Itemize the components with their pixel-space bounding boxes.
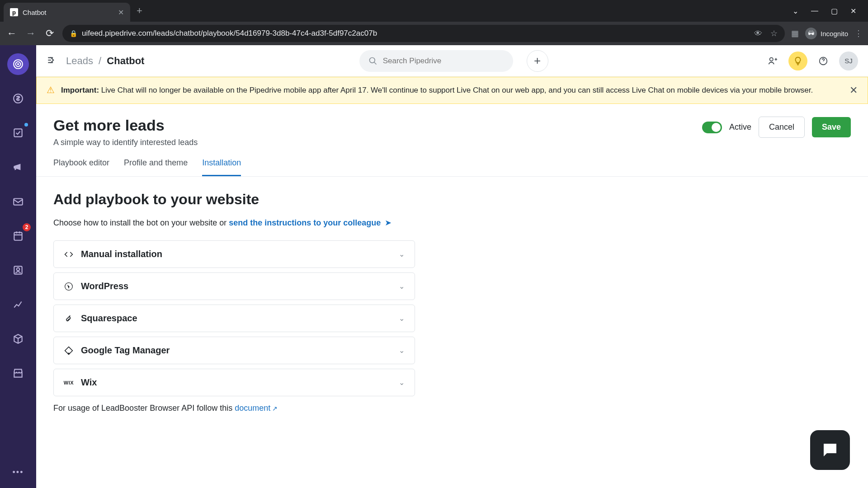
sidebar-item-products[interactable] (7, 328, 29, 350)
accordion-label: Manual installation (81, 249, 392, 259)
reload-button[interactable]: ⟳ (43, 28, 56, 39)
mail-icon (12, 196, 24, 207)
box-icon (12, 333, 24, 345)
page-subtitle: A simple way to identify interested lead… (53, 138, 198, 147)
accordion-label: Squarespace (81, 313, 392, 324)
invite-users-button[interactable] (763, 52, 782, 70)
search-box[interactable] (359, 50, 513, 72)
page-header: Get more leads A simple way to identify … (36, 104, 868, 147)
browser-chrome: p Chatbot ✕ + ⌄ — ▢ ✕ ← → ⟳ 🔒 uifeed.pip… (0, 0, 868, 45)
maximize-icon[interactable]: ▢ (831, 7, 838, 15)
svg-rect-6 (14, 232, 22, 240)
active-toggle[interactable] (702, 122, 722, 133)
cancel-button[interactable]: Cancel (759, 117, 805, 138)
squarespace-icon (64, 314, 74, 324)
window-controls: ⌄ — ▢ ✕ (793, 7, 864, 15)
eye-off-icon[interactable]: 👁 (754, 29, 762, 38)
alert-message: Live Chat will no longer be available on… (99, 86, 813, 94)
sales-assistant-button[interactable] (788, 52, 807, 70)
lock-icon: 🔒 (70, 30, 77, 37)
chevron-down-icon[interactable]: ⌄ (793, 7, 798, 15)
svg-point-8 (17, 268, 20, 271)
quick-add-button[interactable]: + (527, 50, 548, 72)
tab-profile-theme[interactable]: Profile and theme (124, 158, 188, 176)
header-actions: Active Cancel Save (702, 117, 851, 138)
sidebar-item-projects[interactable] (7, 122, 29, 144)
api-note: For usage of LeadBooster Browser API fol… (53, 404, 851, 413)
accordion-gtm[interactable]: Google Tag Manager ⌄ (53, 337, 415, 364)
help-button[interactable] (814, 52, 833, 70)
tab-title: Chatbot (23, 9, 113, 16)
forward-button: → (24, 28, 37, 39)
sidebar-item-deals[interactable] (7, 88, 29, 109)
sidebar-item-mail[interactable] (7, 191, 29, 212)
url-bar-row: ← → ⟳ 🔒 uifeed.pipedrive.com/leads/chatb… (0, 22, 868, 45)
dollar-icon (12, 93, 24, 104)
sidebar-item-activities[interactable]: 2 (7, 225, 29, 247)
accordion-squarespace[interactable]: Squarespace ⌄ (53, 305, 415, 332)
svg-point-13 (68, 352, 70, 354)
sidebar-item-marketplace[interactable] (7, 362, 29, 384)
install-accordion: Manual installation ⌄ WordPress ⌄ Square… (53, 240, 415, 396)
accordion-label: WordPress (81, 281, 392, 291)
sidebar-item-contacts[interactable] (7, 259, 29, 281)
user-avatar[interactable]: SJ (839, 52, 858, 70)
page-title: Get more leads (53, 117, 198, 134)
chevron-down-icon: ⌄ (399, 378, 405, 387)
url-bar[interactable]: 🔒 uifeed.pipedrive.com/leads/chatbot/pla… (62, 25, 785, 42)
incognito-icon: 🕶 (805, 28, 817, 39)
sidebar-item-leads[interactable] (7, 53, 29, 75)
toggle-label: Active (729, 122, 751, 132)
svg-point-10 (770, 57, 773, 61)
api-doc-link[interactable]: document (235, 404, 270, 413)
chevron-down-icon: ⌄ (399, 282, 405, 291)
bulb-icon (793, 56, 803, 66)
minimize-icon[interactable]: — (811, 7, 818, 15)
sidebar-more-button[interactable]: ••• (13, 468, 24, 477)
sidebar-item-insights[interactable] (7, 294, 29, 315)
alert-close-button[interactable]: ✕ (849, 84, 858, 96)
send-arrow-icon: ➤ (382, 218, 392, 227)
alert-prefix: Important: (61, 86, 99, 94)
chevron-down-icon: ⌄ (399, 346, 405, 355)
save-button[interactable]: Save (812, 117, 851, 137)
accordion-label: Wix (81, 377, 392, 388)
user-plus-icon (768, 56, 778, 66)
close-tab-icon[interactable]: ✕ (118, 8, 124, 17)
chat-fab-button[interactable] (810, 430, 850, 470)
extensions-icon[interactable]: ▦ (791, 28, 799, 38)
accordion-manual[interactable]: Manual installation ⌄ (53, 240, 415, 268)
page-content: ⚠ Important: Live Chat will no longer be… (36, 77, 868, 488)
accordion-wix[interactable]: WIX Wix ⌄ (53, 369, 415, 396)
checkbox-icon (12, 127, 24, 139)
new-tab-button[interactable]: + (137, 5, 142, 17)
accordion-wordpress[interactable]: WordPress ⌄ (53, 272, 415, 300)
search-icon (368, 56, 377, 66)
external-link-icon: ↗ (272, 405, 278, 412)
close-window-icon[interactable]: ✕ (850, 7, 856, 15)
tab-installation[interactable]: Installation (202, 158, 241, 176)
breadcrumb-parent[interactable]: Leads (66, 55, 93, 66)
chat-icon (821, 441, 840, 460)
warning-icon: ⚠ (47, 84, 55, 95)
wix-icon: WIX (64, 378, 74, 388)
back-button[interactable]: ← (5, 28, 18, 39)
tab-playbook-editor[interactable]: Playbook editor (53, 158, 109, 176)
section-heading: Add playbook to your website (53, 191, 851, 208)
svg-point-9 (369, 57, 375, 63)
bookmark-star-icon[interactable]: ☆ (770, 28, 778, 38)
code-icon (64, 249, 74, 259)
svg-rect-4 (14, 129, 22, 136)
sidebar-item-campaigns[interactable] (7, 156, 29, 178)
search-input[interactable] (383, 56, 504, 66)
incognito-badge[interactable]: 🕶 Incognito (805, 28, 848, 39)
browser-tab[interactable]: p Chatbot ✕ (4, 3, 130, 22)
chevron-down-icon: ⌄ (399, 250, 405, 258)
gtm-icon (64, 346, 74, 356)
collapse-sidebar-button[interactable] (46, 54, 58, 68)
incognito-label: Incognito (821, 30, 848, 38)
installation-section: Add playbook to your website Choose how … (36, 177, 868, 427)
svg-point-2 (18, 64, 19, 65)
send-instructions-link[interactable]: send the instructions to your colleague (229, 218, 381, 227)
browser-menu-icon[interactable]: ⋮ (854, 28, 863, 38)
